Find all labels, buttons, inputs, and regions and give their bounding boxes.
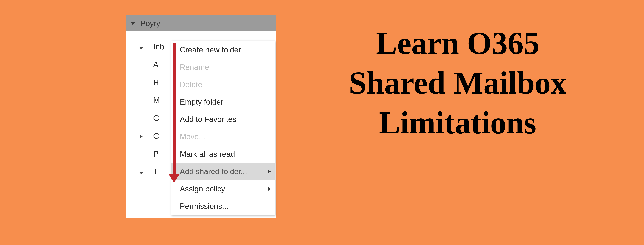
menu-label: Mark all as read: [180, 150, 235, 158]
menu-add-shared-folder[interactable]: Add shared folder...: [171, 163, 274, 180]
menu-label: Create new folder: [180, 45, 241, 54]
menu-create-folder[interactable]: Create new folder: [171, 41, 274, 58]
tree-label: M: [153, 96, 160, 105]
folder-tree: Inb A H M C C P T: [126, 32, 276, 180]
menu-assign-policy[interactable]: Assign policy: [171, 180, 274, 198]
submenu-arrow-icon: [268, 187, 271, 191]
menu-mark-all-read[interactable]: Mark all as read: [171, 146, 274, 163]
menu-label: Delete: [180, 80, 202, 89]
account-header[interactable]: Pöyry: [126, 15, 276, 32]
menu-label: Add to Favorites: [180, 115, 236, 124]
tree-label: C: [153, 114, 159, 123]
menu-label: Add shared folder...: [180, 167, 247, 176]
menu-label: Move...: [180, 132, 205, 141]
menu-delete: Delete: [171, 76, 274, 93]
submenu-arrow-icon: [268, 170, 271, 173]
menu-add-to-favorites[interactable]: Add to Favorites: [171, 111, 274, 128]
menu-label: Permissions...: [180, 202, 228, 211]
tree-label: Inb: [153, 42, 164, 51]
menu-permissions[interactable]: Permissions...: [171, 198, 274, 215]
tree-label: P: [153, 149, 158, 158]
account-name: Pöyry: [140, 19, 160, 28]
tree-label: C: [153, 131, 159, 140]
headline-line-3: Limitations: [295, 103, 620, 142]
tree-label: H: [153, 78, 159, 87]
context-menu: Create new folder Rename Delete Empty fo…: [171, 41, 275, 215]
menu-rename: Rename: [171, 58, 274, 76]
expand-icon: [138, 167, 144, 176]
expand-icon: [138, 42, 144, 51]
collapse-icon: [131, 22, 135, 25]
outlook-folder-panel: Pöyry Inb A H M C C P: [126, 15, 276, 218]
annotation-arrow-icon: [172, 43, 176, 176]
menu-label: Empty folder: [180, 98, 224, 106]
headline-text: Learn O365 Shared Mailbox Limitations: [295, 23, 620, 142]
headline-line-2: Shared Mailbox: [295, 63, 620, 103]
menu-label: Assign policy: [180, 184, 225, 193]
expand-icon: [138, 131, 144, 140]
headline-line-1: Learn O365: [295, 23, 620, 63]
menu-label: Rename: [180, 63, 209, 72]
menu-empty-folder[interactable]: Empty folder: [171, 93, 274, 111]
tree-label: T: [153, 167, 158, 176]
menu-move: Move...: [171, 128, 274, 146]
tree-label: A: [153, 60, 158, 69]
